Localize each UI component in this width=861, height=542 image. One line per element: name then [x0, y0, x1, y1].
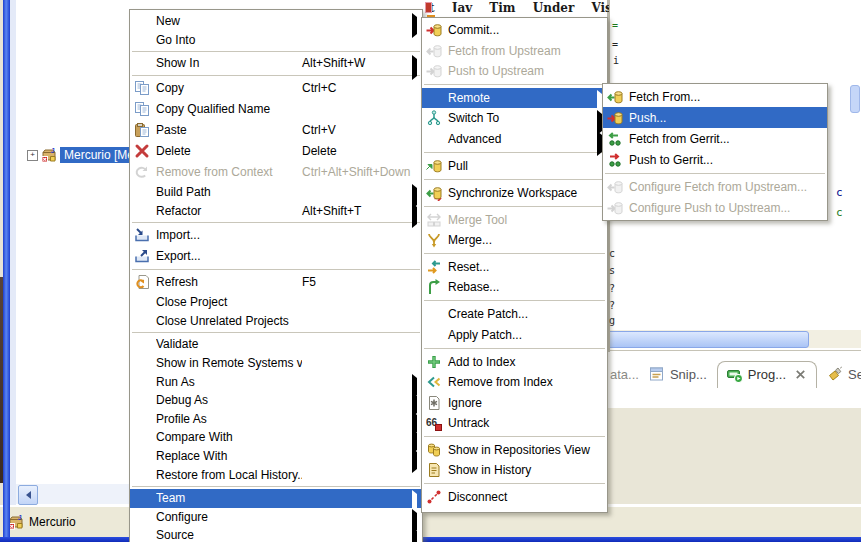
menu-item-untrack[interactable]: 66Untrack	[422, 413, 607, 433]
menu-item-show-in[interactable]: Show InAlt+Shift+W	[130, 54, 422, 73]
panel-horizontal-scrollbar[interactable]	[604, 330, 861, 348]
import-icon	[134, 227, 150, 243]
menu-item-push[interactable]: Push...	[603, 107, 827, 128]
submenu-arrow-icon	[412, 59, 417, 77]
menu-item-copy[interactable]: CopyCtrl+C	[130, 78, 422, 99]
menu-item-create-patch[interactable]: Create Patch...	[422, 304, 607, 324]
close-icon[interactable]	[794, 368, 807, 381]
reset-icon	[426, 259, 442, 275]
project-icon: J	[41, 147, 57, 163]
code-text-fragment: c	[836, 186, 843, 199]
menu-item-delete[interactable]: DeleteDelete	[130, 141, 422, 162]
tab-snip[interactable]: Snip...	[649, 366, 707, 382]
icon-spacer	[134, 527, 150, 542]
menu-item-commit[interactable]: Commit...	[422, 20, 607, 40]
menu-item-show-in-history[interactable]: Show in History	[422, 460, 607, 480]
menu-item-label: Build Path	[156, 185, 302, 199]
menu-item-push-to-gerrit[interactable]: Push to Gerrit...	[603, 149, 827, 170]
menu-item-label: Fetch From...	[629, 90, 700, 104]
menu-item-disconnect[interactable]: Disconnect	[422, 487, 607, 507]
scrollbar-left-button[interactable]	[18, 485, 38, 505]
menu-item-close-unrelated-projects[interactable]: Close Unrelated Projects	[130, 312, 422, 331]
menu-item-label: Close Project	[156, 295, 302, 309]
menu-item-replace-with[interactable]: Replace With	[130, 447, 422, 466]
menu-item-add-to-index[interactable]: Add to Index	[422, 352, 607, 372]
menu-item-label: Paste	[156, 123, 302, 137]
menu-item-paste[interactable]: PasteCtrl+V	[130, 120, 422, 141]
menu-item-apply-patch[interactable]: Apply Patch...	[422, 325, 607, 345]
menu-item-close-project[interactable]: Close Project	[130, 293, 422, 312]
tab-prog[interactable]: Prog...	[717, 361, 817, 388]
menu-separator	[132, 75, 420, 76]
icon-spacer	[134, 336, 150, 352]
menu-item-label: Fetch from Upstream	[448, 44, 561, 58]
menu-item-reset[interactable]: Reset...	[422, 257, 607, 277]
editor-text-fragment: ?	[609, 300, 615, 311]
menu-item-label: Show In	[156, 56, 302, 70]
menu-item-label: Show in Repositories View	[448, 443, 590, 457]
menu-item-switch-to[interactable]: Switch To	[422, 108, 607, 128]
config-fetch-icon-slot	[607, 179, 623, 195]
menu-item-rebase[interactable]: Rebase...	[422, 277, 607, 297]
menu-item-build-path[interactable]: Build Path	[130, 183, 422, 202]
menu-item-show-in-repositories-view[interactable]: Show in Repositories View	[422, 440, 607, 460]
export-icon-slot	[134, 248, 150, 264]
menu-item-source[interactable]: Source	[130, 526, 422, 542]
tree-row-mercurio[interactable]: + J Mercurio [Mer	[27, 146, 142, 164]
sync-icon	[426, 185, 442, 201]
menu-item-advanced[interactable]: Advanced	[422, 129, 607, 149]
menu-item-refresh[interactable]: RefreshF5	[130, 272, 422, 293]
menu-item-synchronize-workspace[interactable]: Synchronize Workspace	[422, 183, 607, 203]
panel-divider	[604, 350, 861, 351]
menu-item-refactor[interactable]: RefactorAlt+Shift+T	[130, 201, 422, 220]
menu-item-team[interactable]: Team	[130, 489, 422, 508]
menu-item-fetch-from[interactable]: Fetch From...	[603, 86, 827, 107]
menu-item-fetch-from-gerrit[interactable]: Fetch from Gerrit...	[603, 128, 827, 149]
menu-item-profile-as[interactable]: Profile As	[130, 410, 422, 429]
menu-item-pull[interactable]: Pull	[422, 156, 607, 176]
menu-item-new[interactable]: New	[130, 12, 422, 31]
icon-spacer	[134, 467, 150, 483]
menu-item-remove-from-index[interactable]: Remove from Index	[422, 372, 607, 392]
menu-item-label: Merge Tool	[448, 213, 507, 227]
copy-icon	[134, 101, 150, 117]
menu-item-restore-from-local-history[interactable]: Restore from Local History...	[130, 465, 422, 484]
icon-spacer	[134, 184, 150, 200]
push-icon-slot	[607, 110, 623, 126]
menu-item-label: Source	[156, 528, 302, 542]
menu-item-label: New	[156, 14, 302, 28]
svg-text:J: J	[51, 147, 55, 154]
icon-spacer	[134, 411, 150, 427]
menu-item-debug-as[interactable]: Debug As	[130, 391, 422, 410]
disconnect-icon	[426, 489, 442, 505]
menu-item-import[interactable]: Import...	[130, 225, 422, 246]
submenu-arrow-icon	[412, 207, 417, 225]
switch-to-icon-slot	[426, 110, 442, 126]
menu-separator	[132, 332, 420, 333]
menu-item-label: Refresh	[156, 275, 302, 289]
sync-icon-slot	[426, 185, 442, 201]
menu-item-label: Switch To	[448, 111, 499, 125]
menu-item-label: Restore from Local History...	[156, 468, 302, 482]
editor-vertical-scrollbar-thumb[interactable]	[850, 85, 860, 113]
menu-item-validate[interactable]: Validate	[130, 335, 422, 354]
remove-index-icon-slot	[426, 374, 442, 390]
menu-item-configure[interactable]: Configure	[130, 508, 422, 527]
panel-scrollbar-thumb[interactable]	[607, 331, 809, 348]
menu-item-show-in-remote-systems-view[interactable]: Show in Remote Systems view	[130, 354, 422, 373]
menu-item-compare-with[interactable]: Compare With	[130, 428, 422, 447]
menu-item-copy-qualified-name[interactable]: Copy Qualified Name	[130, 99, 422, 120]
tab-ata[interactable]: ata...	[610, 367, 639, 382]
tab-search[interactable]: Search	[827, 366, 861, 382]
remove-context-icon	[134, 164, 150, 180]
menu-separator	[132, 486, 420, 487]
menu-separator	[132, 269, 420, 270]
fetch-from-icon-slot	[607, 89, 623, 105]
menu-item-remote[interactable]: Remote	[422, 88, 607, 108]
menu-item-ignore[interactable]: Ignore	[422, 392, 607, 412]
tree-expander-icon[interactable]: +	[27, 150, 38, 161]
menu-item-merge[interactable]: Merge...	[422, 230, 607, 250]
menu-item-run-as[interactable]: Run As	[130, 372, 422, 391]
menu-item-export[interactable]: Export...	[130, 246, 422, 267]
menu-item-go-into[interactable]: Go Into	[130, 31, 422, 50]
